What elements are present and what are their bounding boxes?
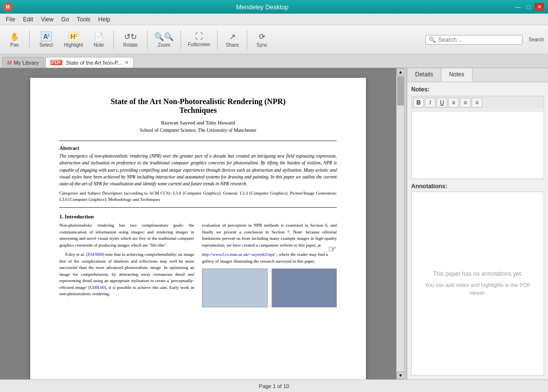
select-label: Select	[39, 42, 53, 48]
sync-tool[interactable]: ⟳ Sync	[251, 30, 273, 50]
scroll-down-button[interactable]: ▼	[397, 372, 404, 379]
figure-2	[272, 268, 337, 307]
underline-button[interactable]: U	[437, 98, 447, 107]
pdf-tab-close[interactable]: ✕	[125, 60, 128, 65]
menubar: File Edit View Go Tools Help	[0, 14, 548, 25]
intro-text-1: Non-photorealistic rendering has two com…	[59, 222, 194, 249]
pdf-authors: Rezwan Sayeed and Toby Howard	[59, 120, 337, 125]
intro-col2: evaluation of perception in NPR methods …	[202, 222, 337, 307]
maximize-button[interactable]: □	[524, 3, 533, 11]
pdf-tab-label: State of the Art Non-P...	[66, 60, 122, 66]
window-controls: — □ ✕	[513, 3, 544, 11]
paper-link[interactable]: http://www2.cs.man.ac.uk/~sayeedr2/npr/	[202, 252, 275, 257]
abstract-text: The emergence of non-photorealistic rend…	[59, 153, 337, 187]
tab-bar: M My Library PDF State of the Art Non-P.…	[0, 54, 548, 68]
separator-1	[29, 30, 30, 50]
rotate-right-icon: ↻	[130, 32, 137, 41]
menu-edit[interactable]: Edit	[19, 15, 37, 24]
notes-section-label: Notes:	[411, 86, 544, 93]
search-box[interactable]: 🔍	[425, 35, 523, 45]
menu-help[interactable]: Help	[94, 15, 114, 24]
rotate-tool[interactable]: ↺ ↻ Rotate	[118, 30, 143, 50]
note-tool[interactable]: 📄 Note	[88, 30, 110, 50]
share-icon: ↗	[229, 32, 236, 41]
intro-text-foley: Foley et al. [FAFH90] note that in achie…	[59, 251, 194, 298]
search-input[interactable]	[438, 36, 519, 43]
menu-file[interactable]: File	[2, 15, 19, 24]
tab-notes[interactable]: Notes	[441, 68, 473, 82]
menu-view[interactable]: View	[37, 15, 57, 24]
toolbar: ✋ Pan A| Select H| Highlight 📄 Note ↺ ↻ …	[0, 25, 548, 54]
pdf-icon: PDF	[51, 60, 62, 65]
pdf-scroll-area[interactable]: State of the Art Non-Photorealistic Rend…	[0, 68, 396, 379]
annotations-section-label: Annotations:	[411, 183, 544, 190]
bold-button[interactable]: B	[413, 98, 424, 107]
close-button[interactable]: ✕	[534, 3, 544, 11]
highlight-tool[interactable]: H| Highlight	[61, 30, 86, 50]
tab-details[interactable]: Details	[407, 68, 441, 82]
select-tool[interactable]: A| Select	[34, 30, 59, 50]
separator-6	[247, 30, 247, 50]
main-content: State of the Art Non-Photorealistic Rend…	[0, 68, 548, 379]
panel-content: Notes: B I U ≡ ≡ ≡ Annotations: This pap…	[407, 82, 548, 379]
annotations-box: This paper has no annotations yet. You c…	[411, 192, 544, 375]
highlight-icon: H|	[68, 32, 79, 41]
annotations-empty-subtitle: You can add notes and highlights in the …	[420, 281, 536, 297]
tab-pdf[interactable]: PDF State of the Art Non-P... ✕	[45, 57, 134, 68]
panel-tab-bar: Details Notes	[407, 68, 548, 82]
abstract-title: Abstract	[59, 145, 337, 151]
zoom-in-icon: 🔍	[164, 32, 174, 41]
pan-icon: ✋	[10, 32, 19, 41]
separator-4	[181, 30, 181, 50]
notes-textarea[interactable]	[411, 111, 544, 179]
search-icon: 🔍	[429, 36, 436, 43]
library-icon: M	[7, 60, 12, 66]
separator-5	[217, 30, 218, 50]
tab-library[interactable]: M My Library	[2, 57, 44, 68]
gihl-ref: GIHL00	[90, 285, 105, 290]
vertical-scrollbar[interactable]: ▲ ▼	[396, 68, 404, 379]
categories-text: Categories and Subject Descriptors (acco…	[59, 190, 337, 202]
italic-button[interactable]: I	[425, 98, 436, 107]
search-label: Search	[529, 37, 544, 42]
zoom-tool[interactable]: 🔍 🔍 Zoom	[151, 30, 177, 50]
pan-label: Pan	[10, 42, 19, 48]
titlebar: M Mendeley Desktop — □ ✕	[0, 0, 548, 14]
figure-row	[202, 268, 337, 307]
title-icon: M	[4, 3, 12, 11]
foley-ref: FAFH90	[88, 252, 103, 257]
rotate-label: Rotate	[123, 42, 137, 48]
app-title: Mendeley Desktop	[12, 3, 513, 11]
menu-go[interactable]: Go	[57, 15, 73, 24]
fullscreen-icon: ⛶	[195, 32, 203, 41]
share-label: Share	[226, 42, 239, 48]
share-tool[interactable]: ↗ Share	[221, 30, 243, 50]
note-label: Note	[93, 42, 104, 48]
figure-1	[202, 268, 268, 307]
intro-text-2: evaluation of perception in NPR methods …	[202, 222, 337, 249]
library-tab-label: My Library	[14, 60, 38, 66]
align-right-button[interactable]: ≡	[472, 98, 482, 107]
separator-2	[113, 30, 114, 50]
align-left-button[interactable]: ≡	[448, 98, 459, 107]
minimize-button[interactable]: —	[513, 3, 523, 11]
scroll-up-button[interactable]: ▲	[397, 68, 404, 76]
pdf-title: State of the Art Non-Photorealistic Rend…	[59, 97, 337, 115]
sync-label: Sync	[256, 42, 267, 48]
note-icon: 📄	[94, 32, 104, 41]
fullscreen-tool[interactable]: ⛶ Fullscreen	[185, 30, 213, 49]
section1-title: 1. Introduction	[59, 214, 337, 219]
right-panel: Details Notes Notes: B I U ≡ ≡ ≡ Annotat…	[407, 68, 548, 379]
rotate-left-icon: ↺	[124, 32, 130, 41]
intro-col1: Non-photorealistic rendering has two com…	[59, 222, 194, 307]
align-center-button[interactable]: ≡	[460, 98, 471, 107]
zoom-out-icon: 🔍	[154, 32, 164, 41]
sync-icon: ⟳	[259, 32, 265, 41]
select-icon: A|	[41, 32, 52, 41]
pdf-viewer: State of the Art Non-Photorealistic Rend…	[0, 68, 396, 379]
menu-tools[interactable]: Tools	[73, 15, 94, 24]
highlight-label: Highlight	[64, 42, 83, 48]
scroll-thumb[interactable]	[397, 76, 404, 106]
pan-tool[interactable]: ✋ Pan	[4, 30, 25, 50]
pdf-affiliation: School of Computer Science, The Universi…	[59, 127, 337, 133]
